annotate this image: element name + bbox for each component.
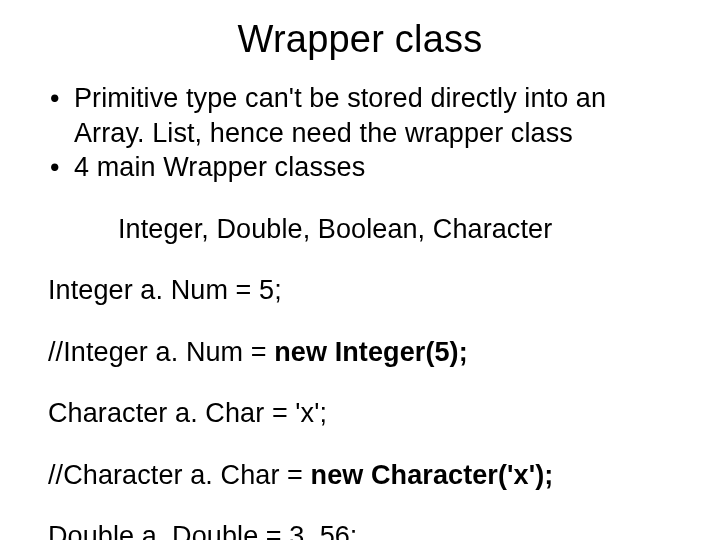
line-character-new-pre: //Character a. Char = — [48, 460, 311, 490]
line-integer-new-pre: //Integer a. Num = — [48, 337, 274, 367]
slide-title: Wrapper class — [48, 18, 672, 61]
line-character-assign: Character a. Char = 'x'; — [48, 396, 672, 431]
line-character-new-bold: new Character('x'); — [311, 460, 554, 490]
line-integer-new: //Integer a. Num = new Integer(5); — [48, 335, 672, 370]
line-character-new: //Character a. Char = new Character('x')… — [48, 458, 672, 493]
bullet-2: 4 main Wrapper classes — [48, 150, 672, 185]
line-integer-new-bold: new Integer(5); — [274, 337, 468, 367]
slide: Wrapper class Primitive type can't be st… — [0, 0, 720, 540]
line-wrapper-list: Integer, Double, Boolean, Character — [48, 212, 672, 247]
line-integer-assign: Integer a. Num = 5; — [48, 273, 672, 308]
slide-body: Primitive type can't be stored directly … — [48, 81, 672, 540]
bullet-1: Primitive type can't be stored directly … — [48, 81, 672, 150]
line-double-assign: Double a. Double = 3. 56; — [48, 519, 672, 540]
